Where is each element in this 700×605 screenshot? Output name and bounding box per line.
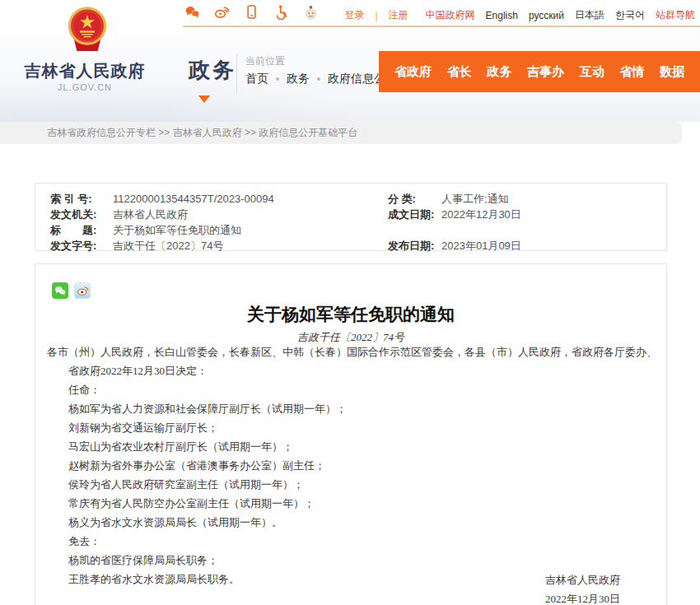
social-icons	[184, 4, 319, 20]
main-navigation: 省政府 省长 政务 吉事办 互动 省情 数据	[379, 51, 700, 92]
meta-row-org: 发文机关:吉林省人民政府	[50, 207, 188, 222]
location-divider	[236, 54, 237, 94]
nav-zhengwu[interactable]: 政务	[487, 64, 511, 80]
meta-date-written-value: 2022年12月30日	[441, 208, 521, 221]
link-china-gov[interactable]: 中国政府网	[426, 8, 475, 22]
document-paragraph: 任命：	[47, 380, 656, 399]
nav-province-overview[interactable]: 省情	[619, 64, 644, 80]
document-body: 各市（州）人民政府，长白山管委会，长春新区、中韩（长春）国际合作示范区管委会，各…	[47, 342, 656, 589]
weibo-icon[interactable]	[214, 4, 230, 20]
meta-category-value: 人事工作;通知	[441, 193, 509, 205]
meta-date-published-label: 发布日期:	[388, 238, 441, 254]
meta-row-title: 标 题:关于杨如军等任免职的通知	[50, 222, 241, 238]
document-salutation: 各市（州）人民政府，长白山管委会，长春新区、中韩（长春）国际合作示范区管委会，各…	[47, 342, 656, 361]
meta-title-value: 关于杨如军等任免职的通知	[113, 224, 241, 236]
breadcrumb-home[interactable]: 首页	[245, 72, 268, 86]
link-site-navigation[interactable]: 站群导航	[656, 8, 695, 22]
meta-row-date-published: 发布日期:2023年01月09日	[388, 238, 521, 254]
meta-doc-number-label: 发文字号:	[50, 238, 113, 254]
meta-title-label: 标 题:	[50, 222, 113, 238]
document-paragraph: 免去：	[47, 532, 656, 551]
top-links: 登录 | 注册 中国政府网 English русский 日本語 한국어 站群…	[344, 8, 695, 22]
path-bar-text[interactable]: 吉林省政府信息公开专栏 >> 吉林省人民政府 >> 政府信息公开基础平台	[47, 122, 682, 144]
weibo-share-icon[interactable]	[74, 282, 91, 299]
register-link[interactable]: 注册	[389, 8, 408, 22]
breadcrumb-zhengwu[interactable]: 政务	[287, 72, 310, 86]
meta-date-written-label: 成文日期:	[388, 207, 441, 222]
breadcrumb: 首页 政务 政府信息公开	[245, 72, 397, 86]
document-paragraph: 杨凯的省医疗保障局局长职务；	[47, 551, 656, 570]
signature-org: 吉林省人民政府	[545, 570, 620, 589]
nav-provincial-government[interactable]: 省政府	[394, 64, 432, 80]
site-domain: JL.GOV.CN	[21, 82, 148, 92]
document-paragraph: 刘新钢为省交通运输厅副厅长；	[47, 418, 656, 437]
meta-row-index: 索 引 号:1122000013544357T/2023-00094	[50, 191, 274, 207]
accessibility-icon[interactable]	[273, 4, 289, 20]
meta-doc-number-value: 吉政干任〔2022〕74号	[113, 240, 223, 252]
document-paragraph: 杨如军为省人力资源和社会保障厅副厅长（试用期一年）；	[47, 399, 656, 418]
signature-date: 2022年12月30日	[545, 589, 620, 605]
meta-date-published-value: 2023年01月09日	[441, 240, 521, 252]
page: 登录 | 注册 中国政府网 English русский 日本語 한국어 站群…	[0, 0, 700, 605]
document-paragraph: 马宏山为省农业农村厅副厅长（试用期一年）；	[47, 437, 656, 456]
mobile-icon[interactable]	[244, 4, 259, 20]
meta-row-category: 分 类:人事工作;通知	[388, 191, 509, 207]
section-title: 政务	[189, 56, 236, 85]
nav-governor[interactable]: 省长	[447, 64, 472, 80]
national-emblem-logo[interactable]	[65, 5, 110, 54]
wechat-icon[interactable]	[184, 4, 200, 20]
meta-row-date-written: 成文日期:2022年12月30日	[388, 207, 521, 222]
section-caret-icon[interactable]	[198, 95, 210, 103]
link-japanese[interactable]: 日本語	[575, 8, 604, 22]
meta-index-value: 1122000013544357T/2023-00094	[113, 193, 274, 205]
document-metadata-panel: 索 引 号:1122000013544357T/2023-00094 发文机关:…	[35, 183, 667, 251]
meta-category-label: 分 类:	[388, 191, 441, 207]
wechat-share-icon[interactable]	[52, 282, 68, 299]
meta-org-value: 吉林省人民政府	[113, 208, 188, 221]
document-content-panel: 关于杨如军等任免职的通知 吉政干任〔2022〕74号 各市（州）人民政府，长白山…	[35, 263, 667, 605]
senior-mode-icon[interactable]	[303, 4, 319, 20]
nav-interaction[interactable]: 互动	[580, 64, 604, 80]
meta-row-doc-number: 发文字号:吉政干任〔2022〕74号	[50, 238, 223, 254]
link-korean[interactable]: 한국어	[615, 8, 645, 22]
link-english[interactable]: English	[486, 10, 518, 21]
meta-index-label: 索 引 号:	[50, 191, 113, 207]
breadcrumb-dot-icon	[317, 77, 320, 81]
document-paragraph: 省政府2022年12月30日决定：	[47, 361, 656, 380]
nav-jishiban[interactable]: 吉事办	[527, 64, 564, 80]
document-paragraph: 杨义为省水文水资源局局长（试用期一年）。	[47, 513, 656, 532]
topbar-divider-line	[183, 26, 700, 27]
link-russian[interactable]: русский	[529, 10, 564, 21]
document-paragraph: 赵树新为省外事办公室（省港澳事务办公室）副主任；	[47, 456, 656, 475]
nav-data[interactable]: 数据	[660, 64, 684, 80]
login-link[interactable]: 登录	[344, 8, 364, 22]
signature-block: 吉林省人民政府 2022年12月30日	[545, 570, 620, 605]
path-bar: 吉林省政府信息公开专栏 >> 吉林省人民政府 >> 政府信息公开基础平台	[0, 122, 682, 144]
meta-org-label: 发文机关:	[50, 207, 113, 222]
login-register-divider: |	[375, 10, 377, 21]
document-title: 关于杨如军等任免职的通知	[35, 303, 666, 326]
share-buttons	[52, 282, 91, 299]
current-location-label: 当前位置	[245, 54, 285, 68]
document-paragraph: 常庆有为省人民防空办公室副主任（试用期一年）；	[47, 494, 656, 513]
breadcrumb-dot-icon	[276, 77, 279, 81]
document-paragraph: 侯玲为省人民政府研究室副主任（试用期一年）；	[47, 475, 656, 494]
site-name[interactable]: 吉林省人民政府	[21, 60, 148, 82]
